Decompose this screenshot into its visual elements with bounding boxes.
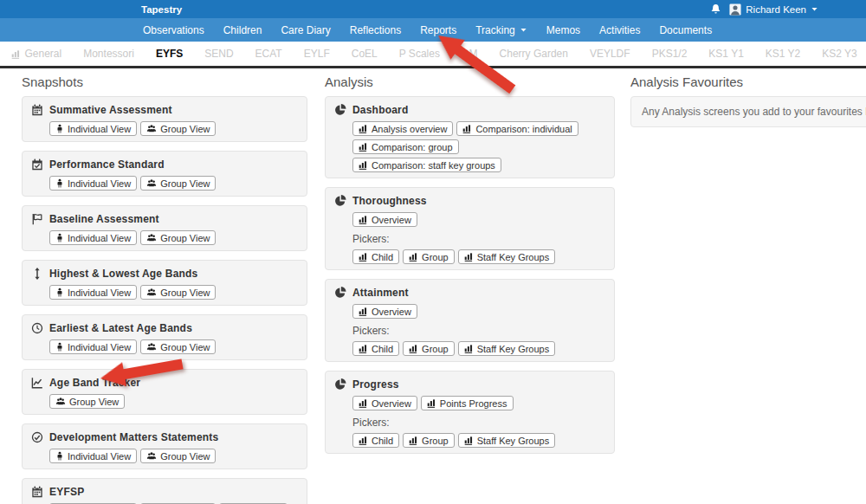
users-icon [146,288,157,297]
card-title: Performance Standard [49,157,216,171]
button-label: Group View [160,233,210,243]
nav-item-reports[interactable]: Reports [410,18,466,42]
card-title: Earliest & Latest Age Bands [49,320,216,335]
nav-item-activities[interactable]: Activities [590,18,650,42]
users-icon [55,397,66,406]
arrows-vertical-icon [31,266,43,300]
button-label: Group View [160,451,210,462]
picker-group-button[interactable]: Group [403,249,455,264]
individual-view-button[interactable]: Individual View [49,285,137,300]
card-thoroughness: Thoroughness Overview Pickers: Child Gro… [325,187,615,270]
user-menu[interactable]: Richard Keen [729,3,818,16]
tab-general[interactable]: General [0,48,73,60]
picker-staff-key-groups-button[interactable]: Staff Key Groups [458,433,556,448]
users-icon [146,124,157,133]
picker-child-button[interactable]: Child [352,433,399,448]
comparison-staff-key-groups-button[interactable]: Comparison: staff key groups [352,158,501,172]
bar-chart-icon [359,215,368,224]
individual-view-button[interactable]: Individual View [49,339,137,354]
individual-view-button[interactable]: Individual View [49,176,137,191]
pie-chart-icon [334,102,346,172]
analysis-favourites-heading: Analysis Favourites [630,74,866,89]
button-label: Individual View [68,178,131,189]
topbar-right-group: Richard Keen [710,3,818,16]
tab-send[interactable]: SEND [194,48,244,60]
button-label: Group View [160,124,210,134]
button-label: Individual View [68,233,131,243]
bar-chart-icon [359,142,368,152]
comparison-group-button[interactable]: Comparison: group [352,139,459,154]
group-view-button[interactable]: Group View [140,449,216,463]
group-view-button[interactable]: Group View [140,339,216,354]
group-view-button[interactable]: Group View [140,230,216,245]
card-title: Dashboard [352,102,605,117]
calendar-icon [31,102,43,136]
notifications-bell-icon[interactable] [710,3,721,15]
person-icon [55,288,64,297]
bar-chart-icon [462,124,472,133]
overview-button[interactable]: Overview [352,212,417,227]
group-view-button[interactable]: Group View [49,394,125,409]
nav-item-documents[interactable]: Documents [650,18,721,42]
tab-dm[interactable]: DM [450,48,488,60]
picker-staff-key-groups-button[interactable]: Staff Key Groups [458,341,556,356]
button-label: Group View [160,342,210,352]
tab-ks2-y3[interactable]: KS2 Y3 [811,48,866,60]
tab-cherry-garden[interactable]: Cherry Garden [488,48,578,60]
group-view-button[interactable]: Group View [140,176,216,191]
button-label: Group [422,252,449,262]
button-label: Comparison: staff key groups [372,160,495,171]
nav-item-observations[interactable]: Observations [133,18,214,42]
snapshots-heading: Snapshots [22,74,307,89]
tab-veyldf[interactable]: VEYLDF [578,48,641,60]
button-label: Overview [372,307,411,317]
individual-view-button[interactable]: Individual View [49,449,137,463]
overview-button[interactable]: Overview [352,396,417,410]
overview-button[interactable]: Overview [352,304,417,319]
nav-item-tracking[interactable]: Tracking [466,18,537,42]
nav-item-care-diary[interactable]: Care Diary [271,18,339,42]
card-baseline-assessment: Baseline Assessment Individual View Grou… [22,205,307,251]
points-progress-button[interactable]: Points Progress [421,396,514,410]
tab-eylf[interactable]: EYLF [293,48,340,60]
nav-item-reflections[interactable]: Reflections [340,18,410,42]
tab-pks12[interactable]: PKS1/2 [641,48,698,60]
individual-view-button[interactable]: Individual View [49,230,137,245]
group-view-button[interactable]: Group View [140,285,216,300]
tab-label: General [25,48,62,60]
tab-eyfs[interactable]: EYFS [145,48,193,60]
button-label: Comparison: group [372,142,453,152]
pickers-label: Pickers: [352,325,555,337]
button-label: Points Progress [440,398,507,409]
comparison-individual-button[interactable]: Comparison: individual [456,121,578,136]
group-view-button[interactable]: Group View [140,121,216,136]
individual-view-button[interactable]: Individual View [49,121,137,136]
button-label: Group View [160,288,210,298]
picker-staff-key-groups-button[interactable]: Staff Key Groups [458,249,556,264]
pickers-label: Pickers: [352,417,555,429]
picker-child-button[interactable]: Child [352,341,399,356]
tab-montessori[interactable]: Montessori [73,48,145,60]
tab-ecat[interactable]: ECAT [244,48,293,60]
nav-item-children[interactable]: Children [214,18,272,42]
nav-item-memos[interactable]: Memos [537,18,590,42]
check-circle-icon [31,430,43,463]
person-icon [55,124,64,133]
button-label: Overview [372,398,411,409]
tab-ks1-y2[interactable]: KS1 Y2 [754,48,811,60]
picker-group-button[interactable]: Group [403,433,455,448]
picker-group-button[interactable]: Group [403,341,455,356]
tab-ks1-y1[interactable]: KS1 Y1 [698,48,754,60]
person-icon [55,342,64,352]
analysis-overview-button[interactable]: Analysis overview [352,121,453,136]
tab-coel[interactable]: CoEL [340,48,388,60]
tab-p-scales[interactable]: P Scales [388,48,450,60]
bar-chart-icon [359,344,368,353]
card-development-matters-statements: Development Matters Statements Individua… [22,423,307,469]
card-title: Attainment [352,285,555,300]
pie-chart-icon [334,193,346,264]
card-title: Thoroughness [352,193,555,208]
button-label: Individual View [68,288,131,298]
caret-down-icon [811,5,818,13]
picker-child-button[interactable]: Child [352,249,399,264]
